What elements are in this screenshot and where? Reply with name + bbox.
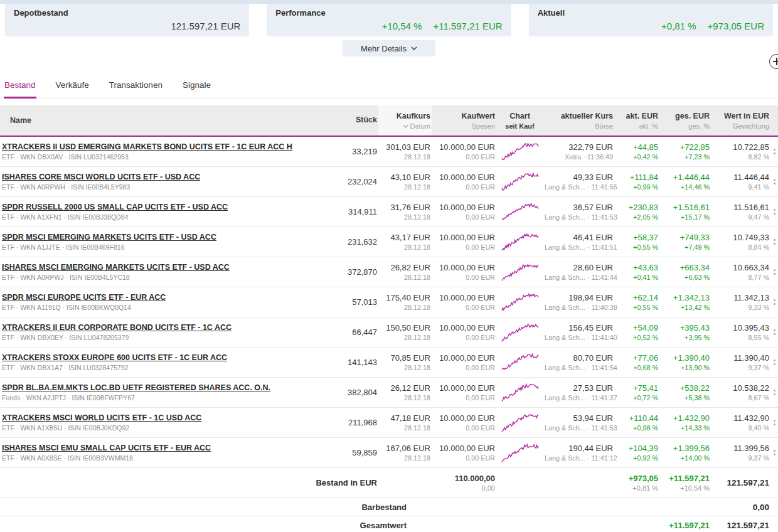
- row-menu-dots[interactable]: [770, 197, 778, 226]
- wert-value: 11.432,90: [712, 413, 769, 423]
- instrument-link[interactable]: SPDR BL.BA.EM.MKTS LOC.BD UETF REGISTERE…: [2, 383, 270, 392]
- row-menu-dots[interactable]: [770, 287, 778, 317]
- row-menu-dots[interactable]: [770, 408, 778, 437]
- ges-pct-value: +5,38 %: [661, 394, 710, 402]
- col-header-menu: [770, 105, 778, 136]
- akt-pct-value: +0,55 %: [615, 304, 658, 311]
- instrument-link[interactable]: ISHARES MSCI EMU SMALL CAP UCITS ETF - E…: [2, 444, 211, 452]
- tab-signale[interactable]: Signale: [182, 80, 211, 98]
- kaufkurs-value: 175,40 EUR: [380, 293, 430, 302]
- col-header-kaufwert[interactable]: Kaufwert Spesen: [432, 105, 496, 136]
- plus-circle-icon[interactable]: [769, 54, 778, 69]
- tab-transaktionen[interactable]: Transaktionen: [109, 80, 163, 98]
- col-header-akt-eur[interactable]: akt. EUR akt. %: [614, 105, 659, 136]
- col-header-kaufkurs[interactable]: Kaufkurs Datum: [378, 105, 432, 136]
- instrument-link[interactable]: SPDR MSCI EMERGING MARKETS UCITS ETF - U…: [2, 233, 216, 242]
- chart-cell[interactable]: [496, 348, 543, 377]
- kaufkurs-cell: 43,17 EUR 28.12.18: [378, 227, 432, 257]
- row-menu-dots[interactable]: [770, 317, 778, 347]
- wert-value: 10.663,34: [712, 263, 769, 272]
- table-header: Name Stück Kaufkurs Datum Kaufwert Spese…: [0, 105, 778, 137]
- col-header-wert-in-eur[interactable]: Wert in EUR Gewichtung: [711, 105, 770, 136]
- instrument-link[interactable]: SPDR MSCI EUROPE UCITS ETF - EUR ACC: [2, 293, 166, 302]
- bestand-label-cell: Bestand in EUR: [0, 468, 378, 497]
- chart-cell[interactable]: [496, 378, 543, 407]
- instrument-link[interactable]: SPDR RUSSELL 2000 US SMALL CAP UCITS ETF…: [2, 203, 228, 211]
- stueck-value: 372,870: [348, 267, 377, 277]
- instrument-link[interactable]: XTRACKERS II EUR CORPORATE BOND UCITS ET…: [2, 323, 232, 332]
- ges-eur-value: +722,85: [661, 142, 710, 152]
- instrument-link[interactable]: ISHARES MSCI EMERGING MARKETS UCITS ETF …: [2, 263, 230, 272]
- ges-eur-cell: +1.399,56 +14,00 %: [659, 438, 711, 467]
- chart-cell[interactable]: [496, 227, 543, 257]
- kebab-menu-icon: [774, 239, 775, 241]
- row-menu-dots[interactable]: [770, 137, 778, 166]
- instrument-info: ETF · WKN DBX0EY · ISIN LU0478205379: [2, 334, 338, 341]
- kaufwert-value: 10.000,00 EUR: [433, 413, 495, 423]
- col-header-name[interactable]: Name: [0, 105, 339, 136]
- col-header-chart[interactable]: Chart seit Kauf: [496, 105, 543, 136]
- chart-cell[interactable]: [496, 287, 543, 317]
- chart-cell[interactable]: [496, 408, 543, 437]
- chart-cell[interactable]: [496, 197, 543, 226]
- ges-pct-value: +3,95 %: [661, 334, 710, 341]
- summary-strip: Depotbestand 121.597,21 EUR Performance …: [0, 4, 778, 36]
- row-menu-dots[interactable]: [770, 348, 778, 377]
- wert-cell: 10.749,33 8,84 %: [711, 227, 770, 257]
- kebab-menu-icon: [774, 149, 775, 151]
- kaufkurs-value: 26,12 EUR: [380, 383, 430, 393]
- tab-bestand[interactable]: Bestand: [4, 80, 36, 98]
- kauf-datum: 28.12.18: [380, 304, 430, 311]
- aktueller-kurs-cell: 49,33 EUR Lang & Sch... · 11:41:55: [543, 167, 614, 196]
- kurs-value: 80,70 EUR: [545, 353, 613, 363]
- stueck-value: 232,024: [348, 177, 377, 186]
- wert-cell: 11.516,61 9,47 %: [711, 197, 770, 226]
- chart-cell[interactable]: [496, 317, 543, 347]
- table-row: XTRACKERS STOXX EUROPE 600 UCITS ETF - 1…: [0, 348, 778, 378]
- ges-eur-value: +1.399,56: [661, 444, 710, 453]
- kaufwert-value: 10.000,00 EUR: [433, 142, 495, 152]
- row-menu-dots[interactable]: [770, 227, 778, 257]
- gewichtung-value: 9,40 %: [712, 424, 769, 432]
- boerse-zeit: Lang & Sch... · 11:40:38: [545, 304, 613, 311]
- stueck-value: 314,911: [348, 207, 377, 216]
- stueck-value: 141,143: [348, 358, 377, 367]
- aktueller-kurs-cell: 198,94 EUR Lang & Sch... · 11:40:38: [543, 287, 614, 317]
- chart-cell[interactable]: [496, 167, 543, 196]
- stueck-cell: 59,859: [339, 438, 378, 467]
- ges-eur-value: +395,43: [661, 323, 710, 332]
- spesen-value: 0,00 EUR: [433, 183, 495, 191]
- stueck-value: 211,968: [348, 418, 377, 427]
- chart-cell[interactable]: [496, 257, 543, 287]
- chart-cell[interactable]: [496, 137, 543, 166]
- kaufwert-value: 10.000,00 EUR: [433, 173, 495, 182]
- chart-cell[interactable]: [496, 438, 543, 467]
- row-menu-dots[interactable]: [770, 378, 778, 407]
- table-row: SPDR MSCI EUROPE UCITS ETF - EUR ACC ETF…: [0, 287, 778, 317]
- aktueller-kurs-cell: 156,45 EUR Lang & Sch... · 11:41:40: [543, 317, 614, 347]
- tab-verkaeufe[interactable]: Verkäufe: [55, 80, 90, 98]
- row-menu-dots[interactable]: [770, 438, 778, 467]
- instrument-info: ETF · WKN A1JJTE · ISIN IE00B469F816: [2, 243, 338, 251]
- wert-cell: 10.722,85 8,82 %: [711, 137, 770, 166]
- instrument-link[interactable]: XTRACKERS STOXX EUROPE 600 UCITS ETF - 1…: [2, 353, 227, 362]
- col-header-aktueller-kurs[interactable]: aktueller Kurs Börse: [543, 105, 614, 136]
- col-header-ges-eur[interactable]: ges. EUR ges. %: [659, 105, 711, 136]
- akt-eur-cell: +104,39 +0,92 %: [614, 438, 659, 467]
- name-cell: XTRACKERS STOXX EUROPE 600 UCITS ETF - 1…: [0, 348, 339, 377]
- more-details-button[interactable]: Mehr Details: [343, 40, 435, 56]
- ges-eur-value: +1.446,44: [661, 173, 710, 182]
- instrument-link[interactable]: XTRACKERS II USD EMERGING MARKETS BOND U…: [2, 142, 292, 151]
- spesen-value: 0,00 EUR: [433, 274, 495, 281]
- row-menu-dots[interactable]: [770, 167, 778, 196]
- akt-pct-value: +0,52 %: [615, 334, 658, 341]
- boerse-zeit: Xetra · 11:36:49: [545, 153, 613, 161]
- col-header-stueck[interactable]: Stück: [339, 105, 378, 136]
- akt-pct-value: +0,55 %: [615, 243, 658, 251]
- ges-pct-value: +14,33 %: [661, 424, 710, 432]
- row-menu-dots[interactable]: [770, 257, 778, 287]
- instrument-link[interactable]: ISHARES CORE MSCI WORLD UCITS ETF - USD …: [2, 173, 200, 181]
- instrument-link[interactable]: XTRACKERS MSCI WORLD UCITS ETF - 1C USD …: [2, 413, 201, 422]
- ges-eur-value: +749,33: [661, 233, 710, 242]
- barbestand-wert-cell: 0,00: [711, 498, 770, 516]
